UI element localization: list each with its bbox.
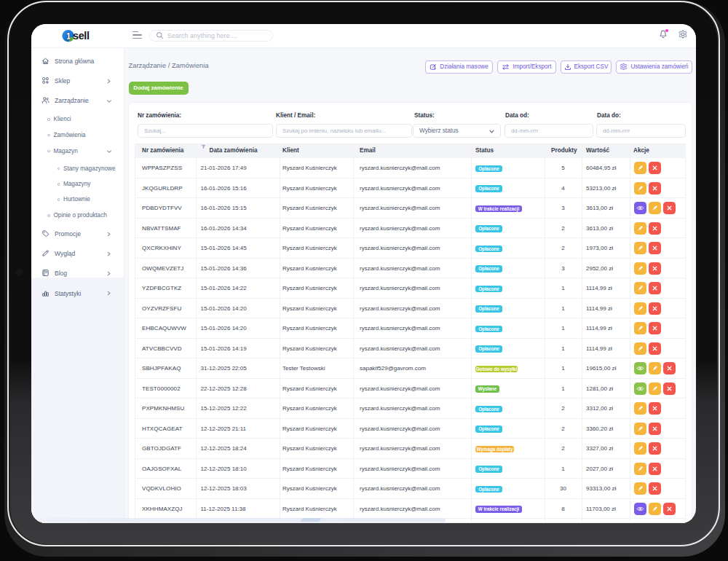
- svg-text:1: 1: [66, 31, 71, 41]
